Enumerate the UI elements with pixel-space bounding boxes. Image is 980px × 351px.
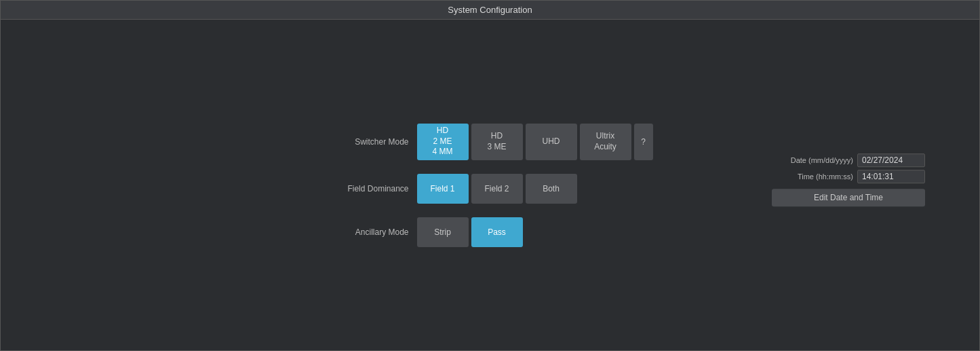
content-area: Switcher Mode HD2 ME4 MM HD3 ME UHD Ultr… — [1, 20, 979, 350]
switcher-mode-row: Switcher Mode HD2 ME4 MM HD3 ME UHD Ultr… — [328, 124, 653, 160]
ancillary-mode-label: Ancillary Mode — [328, 227, 409, 237]
time-row: Time (hh:mm:ss) 14:01:31 — [772, 170, 925, 183]
field-dominance-buttons: Field 1 Field 2 Both — [417, 174, 577, 204]
btn-both[interactable]: Both — [526, 174, 577, 204]
field-dominance-row: Field Dominance Field 1 Field 2 Both — [328, 174, 653, 204]
btn-field2[interactable]: Field 2 — [471, 174, 523, 204]
btn-hd-2me-4mm[interactable]: HD2 ME4 MM — [417, 124, 469, 160]
time-value: 14:01:31 — [857, 170, 925, 183]
ancillary-mode-buttons: Strip Pass — [417, 217, 523, 247]
switcher-mode-label: Switcher Mode — [328, 137, 409, 147]
edit-date-time-button[interactable]: Edit Date and Time — [772, 189, 925, 206]
btn-uhd[interactable]: UHD — [526, 124, 577, 160]
btn-strip[interactable]: Strip — [417, 217, 469, 247]
title-bar: System Configuration — [1, 1, 979, 20]
main-controls: Switcher Mode HD2 ME4 MM HD3 ME UHD Ultr… — [328, 124, 653, 247]
date-label: Date (mm/dd/yyyy) — [772, 156, 853, 164]
btn-question[interactable]: ? — [634, 124, 653, 160]
btn-pass[interactable]: Pass — [471, 217, 523, 247]
ancillary-mode-row: Ancillary Mode Strip Pass — [328, 217, 653, 247]
window-title: System Configuration — [448, 5, 532, 15]
btn-ultrix-acuity[interactable]: UltrixAcuity — [580, 124, 631, 160]
date-row: Date (mm/dd/yyyy) 02/27/2024 — [772, 153, 925, 167]
btn-field1[interactable]: Field 1 — [417, 174, 469, 204]
date-time-panel: Date (mm/dd/yyyy) 02/27/2024 Time (hh:mm… — [772, 153, 925, 206]
main-window: System Configuration Switcher Mode HD2 M… — [0, 0, 980, 351]
btn-hd-3me[interactable]: HD3 ME — [471, 124, 523, 160]
field-dominance-label: Field Dominance — [328, 184, 409, 193]
date-value: 02/27/2024 — [857, 153, 925, 167]
time-label: Time (hh:mm:ss) — [772, 172, 853, 181]
switcher-mode-buttons: HD2 ME4 MM HD3 ME UHD UltrixAcuity ? — [417, 124, 653, 160]
